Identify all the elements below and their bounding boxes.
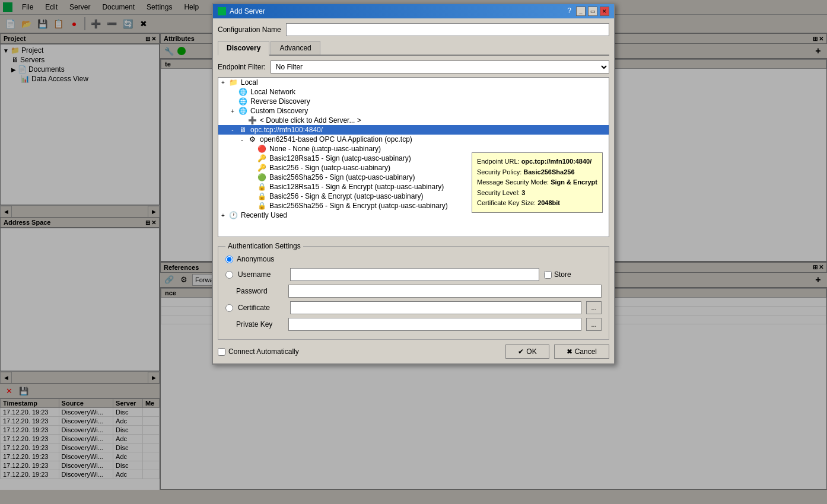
cert-radio[interactable] — [225, 304, 233, 312]
connect-auto-checkbox[interactable] — [218, 348, 225, 356]
privkey-browse-btn[interactable]: ... — [586, 318, 602, 331]
tooltip-sp-label: Security Policy: — [477, 168, 523, 176]
disc-icon-basic256sha-sign: 🟢 — [256, 173, 267, 181]
disc-exp-local: + — [218, 79, 228, 86]
password-row: Password — [225, 285, 602, 298]
endpoint-tooltip: Endpoint URL: opc.tcp://mfn100:4840/ Sec… — [472, 152, 603, 213]
tooltip-ep-label: Endpoint URL: — [477, 158, 521, 165]
tooltip-sl-label: Security Level: — [477, 189, 521, 196]
config-name-input[interactable] — [286, 23, 609, 36]
cert-row: Certificate ... — [225, 301, 602, 314]
cert-browse-btn[interactable]: ... — [586, 301, 602, 314]
tooltip-ep-val: opc.tcp://mfn100:4840/ — [521, 158, 592, 165]
dialog-restore-btn[interactable]: ▭ — [588, 7, 597, 16]
disc-item-local[interactable]: + 📁 Local — [218, 78, 609, 87]
dialog-help-icon[interactable]: ? — [567, 7, 571, 16]
disc-exp-app1: - — [237, 136, 247, 143]
cancel-button[interactable]: ✖ Cancel — [554, 344, 609, 359]
disc-icon-reverse: 🌐 — [237, 97, 248, 106]
disc-icon-basic256-signenc: 🔒 — [256, 192, 267, 200]
username-input[interactable] — [290, 268, 539, 281]
disc-label-local-network: Local Network — [250, 88, 609, 96]
disc-icon-local-network: 🌐 — [237, 88, 248, 96]
dialog-title-left: Add Server — [218, 7, 265, 15]
username-label: Username — [238, 270, 285, 279]
dialog-body: Configuration Name Discovery Advanced En… — [213, 18, 614, 363]
disc-icon-basic256-sign: 🔑 — [256, 164, 267, 172]
disc-item-add-server[interactable]: ➕ < Double click to Add Server... > — [218, 116, 609, 125]
store-checkbox[interactable] — [544, 271, 552, 279]
tooltip-sp-val: Basic256Sha256 — [523, 168, 574, 176]
store-check: Store — [544, 270, 602, 279]
filter-row: Endpoint Filter: No Filter — [218, 60, 609, 74]
disc-label-reverse: Reverse Discovery — [250, 97, 609, 106]
tooltip-msm-label: Message Security Mode: — [477, 178, 551, 186]
cancel-label: Cancel — [575, 347, 597, 356]
ok-cancel-btns: ✔ OK ✖ Cancel — [505, 344, 609, 359]
disc-icon-basic256sha-signenc: 🔒 — [256, 202, 267, 210]
auth-settings: Authentication Settings Anonymous Userna… — [218, 242, 609, 340]
dialog-close-btn[interactable]: ✕ — [600, 7, 609, 16]
disc-icon-custom: 🌐 — [237, 107, 248, 115]
disc-icon-basic128-signenc: 🔒 — [256, 183, 267, 191]
ok-icon: ✔ — [518, 347, 524, 356]
privkey-input[interactable] — [288, 318, 581, 331]
disc-item-app1[interactable]: - ⚙ open62541-based OPC UA Application (… — [218, 135, 609, 144]
cert-label: Certificate — [238, 304, 285, 312]
disc-item-reverse[interactable]: 🌐 Reverse Discovery — [218, 97, 609, 106]
disc-icon-local: 📁 — [228, 78, 238, 87]
disc-icon-add-server: ➕ — [247, 116, 257, 125]
ok-label: OK — [526, 347, 536, 356]
discovery-tree: + 📁 Local 🌐 Local Network 🌐 Reverse Disc… — [218, 77, 609, 237]
dialog-titlebar: Add Server ? _ ▭ ✕ — [213, 4, 614, 18]
auth-legend: Authentication Settings — [225, 242, 303, 250]
modal-overlay: Add Server ? _ ▭ ✕ Configuration Name — [0, 0, 827, 504]
disc-label-custom: Custom Discovery — [250, 107, 609, 115]
username-row: Username Store — [225, 268, 602, 281]
dialog-bottom-row: Connect Automatically ✔ OK ✖ Cancel — [218, 344, 609, 359]
cancel-icon: ✖ — [567, 347, 572, 356]
connect-auto-row: Connect Automatically — [218, 347, 299, 356]
add-server-dialog: Add Server ? _ ▭ ✕ Configuration Name — [212, 3, 615, 365]
disc-label-local: Local — [241, 78, 609, 87]
disc-label-add-server: < Double click to Add Server... > — [260, 116, 609, 125]
cert-input[interactable] — [290, 301, 581, 314]
disc-icon-basic128-sign: 🔑 — [256, 154, 267, 162]
anon-row: Anonymous — [225, 255, 602, 263]
ok-button[interactable]: ✔ OK — [505, 344, 549, 359]
connect-auto-label: Connect Automatically — [228, 347, 299, 356]
dialog-titlebar-icons: ? _ ▭ ✕ — [567, 7, 609, 16]
privkey-row: Private Key ... — [225, 318, 602, 331]
anon-radio[interactable] — [225, 256, 233, 263]
disc-label-none-none: None - None (uatcp-uasc-uabinary) — [269, 145, 609, 153]
disc-exp-opc-server: - — [228, 127, 237, 133]
privkey-label: Private Key — [236, 320, 284, 328]
tab-advanced[interactable]: Advanced — [271, 41, 320, 55]
tooltip-ck-label: Certificate Key Size: — [477, 199, 537, 206]
dialog-app-icon — [218, 7, 226, 15]
disc-icon-app1: ⚙ — [247, 135, 257, 143]
filter-label: Endpoint Filter: — [218, 63, 266, 71]
tooltip-msm-val: Sign & Encrypt — [551, 178, 597, 186]
disc-exp-recently: + — [218, 212, 228, 219]
dialog-tabs: Discovery Advanced — [218, 41, 609, 56]
disc-icon-recently: 🕐 — [228, 211, 238, 219]
disc-exp-custom: + — [228, 108, 237, 114]
anon-label: Anonymous — [237, 255, 274, 263]
disc-item-opc-server[interactable]: - 🖥 opc.tcp://mfn100:4840/ — [218, 125, 609, 135]
tooltip-ck-val: 2048bit — [537, 199, 560, 206]
disc-icon-none-none: 🔴 — [256, 145, 267, 153]
tooltip-sl-val: 3 — [521, 189, 525, 196]
filter-select[interactable]: No Filter — [271, 60, 609, 74]
disc-label-app1: open62541-based OPC UA Application (opc.… — [260, 135, 609, 143]
disc-label-opc-server: opc.tcp://mfn100:4840/ — [250, 126, 609, 134]
dialog-minimize-btn[interactable]: _ — [576, 7, 586, 16]
config-name-row: Configuration Name — [218, 23, 609, 36]
app-window: File Edit Server Document Settings Help … — [0, 0, 827, 504]
tab-discovery[interactable]: Discovery — [218, 41, 269, 56]
dialog-title: Add Server — [230, 7, 265, 15]
password-input[interactable] — [288, 285, 602, 298]
disc-item-custom[interactable]: + 🌐 Custom Discovery — [218, 106, 609, 116]
disc-item-local-network[interactable]: 🌐 Local Network — [218, 87, 609, 97]
user-radio[interactable] — [225, 271, 233, 279]
